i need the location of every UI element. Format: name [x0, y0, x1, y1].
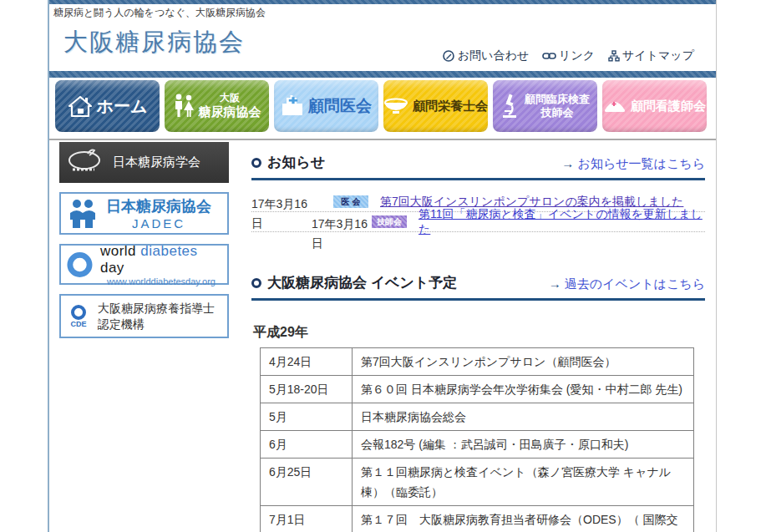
nav-advisory-lab-technicians-labels: 顧問臨床検査 技師会: [525, 93, 590, 120]
header-divider-bar: [49, 71, 716, 78]
news-more-link-label: お知らせ一覧はこちら: [578, 156, 705, 170]
event-text-cell: 第１７回 大阪糖尿病教育担当者研修会（ODES）（ 国際交流センター ）(幹事：…: [353, 506, 694, 532]
top-accent-bar: [49, 0, 716, 4]
event-date-cell: 7月1日: [261, 506, 353, 532]
table-row: 5月 日本糖尿病協会総会: [261, 403, 694, 431]
sidebar-banner-world-diabetes-day[interactable]: world diabetes day www.worlddiabetesday.…: [59, 244, 229, 285]
sidebar-banner-jadec[interactable]: 日本糖尿病協会 JADEC: [59, 192, 229, 235]
nav-osaka-association-label-top: 大阪: [220, 92, 240, 104]
event-text-cell: 第６０回 日本糖尿病学会年次学術集会 (愛知・中村二郎 先生): [353, 376, 694, 403]
wdd-word-day: day: [100, 260, 124, 276]
main-content: お知らせ → お知らせ一覧はこちら 17年3月16日 医 会 第7回大阪インスリ…: [251, 153, 705, 532]
nav-advisory-lab-technicians-label: 技師会: [541, 106, 574, 119]
nav-advisory-lab-technicians-button[interactable]: 顧問臨床検査 技師会: [493, 80, 597, 132]
table-row: 6月25日 第１１回糖尿病と検査イベント（森ノ宮医療大学 キャナル棟）（臨委託）: [261, 459, 694, 506]
category-badge-gishikai: 技師会: [372, 215, 407, 228]
event-date-cell: 5月: [261, 403, 353, 431]
arrow-icon: →: [561, 156, 574, 170]
cde-circle-icon: [71, 305, 86, 320]
news-section-header: お知らせ → お知らせ一覧はこちら: [251, 153, 705, 180]
cde-label-line2: 認定機構: [98, 317, 145, 331]
microscope-icon: [500, 93, 520, 119]
nav-osaka-association-labels: 大阪 糖尿病協会: [199, 92, 261, 120]
sidebar-banner-jadec-labels: 日本糖尿病協会 JADEC: [106, 196, 211, 231]
cde-logo-label: CDE: [70, 320, 86, 328]
event-text-cell: 会報182号 (編集 ：武呂誠司・田島廣子・原口和夫): [353, 431, 694, 459]
home-icon: [68, 94, 93, 118]
news-item-body: 技師会 第11回「糖尿病と検査」イベントの情報を更新しました: [372, 215, 705, 229]
event-text-cell: 日本糖尿病協会総会: [353, 403, 694, 431]
header-utility-links: お問い合わせ リンク サイトマップ: [442, 48, 694, 63]
people-icon: [173, 93, 195, 119]
site-tagline: 糖尿病と闘う人の輪をつなぐ、大阪糖尿病協会: [53, 6, 266, 20]
event-date-cell: 5月18-20日: [261, 376, 353, 403]
jadec-people-icon: [66, 198, 99, 230]
nurse-cap-icon: [603, 99, 626, 114]
cde-label-line1: 大阪糖尿病療養指導士: [98, 301, 215, 315]
table-row: 4月24日 第7回大阪インスリンポンプサロン（顧問医会）: [261, 348, 694, 376]
events-section-title-label: 大阪糖尿病協会 イベント予定: [267, 273, 457, 292]
circle-bullet-icon: [251, 278, 261, 288]
links-page-link[interactable]: リンク: [542, 48, 595, 63]
event-text-cell: 第7回大阪インスリンポンプサロン（顧問医会）: [353, 348, 694, 376]
nav-advisory-nurses-button[interactable]: 顧問看護師会: [602, 80, 707, 132]
nav-advisory-dietitians-button[interactable]: 顧問栄養士会: [383, 80, 488, 132]
events-more-link[interactable]: → 過去のイベントはこちら: [549, 276, 705, 292]
arrow-icon: →: [549, 276, 561, 291]
page-container: 糖尿病と闘う人の輪をつなぐ、大阪糖尿病協会 大阪糖尿病協会 お問い合わせ リンク: [48, 0, 717, 532]
sidebar: 日本糖尿病学会 日本糖尿病協会 JADEC: [59, 142, 229, 347]
nav-advisory-dietitians-label: 顧問栄養士会: [413, 99, 488, 114]
sitemap-icon: [608, 50, 620, 62]
wdd-labels: world diabetes day www.worlddiabetesday.…: [100, 243, 222, 286]
events-table: 4月24日 第7回大阪インスリンポンプサロン（顧問医会） 5月18-20日 第６…: [260, 347, 694, 532]
news-item: 17年3月16日 技師会 第11回「糖尿病と検査」イベントの情報を更新しました: [251, 212, 705, 232]
event-text-cell: 第１１回糖尿病と検査イベント（森ノ宮医療大学 キャナル棟）（臨委託）: [353, 459, 694, 506]
table-row: 5月18-20日 第６０回 日本糖尿病学会年次学術集会 (愛知・中村二郎 先生): [261, 376, 694, 403]
wdd-word-world: world: [100, 243, 136, 259]
nav-advisory-lab-technicians-label-top: 顧問臨床検査: [525, 93, 590, 106]
news-item-link[interactable]: 第11回「糖尿病と検査」イベントの情報を更新しました: [419, 207, 705, 237]
wdd-word-diabetes: diabetes: [140, 243, 197, 259]
events-more-link-label: 過去のイベントはこちら: [565, 276, 705, 291]
page: 糖尿病と闘う人の輪をつなぐ、大阪糖尿病協会 大阪糖尿病協会 お問い合わせ リンク: [0, 0, 766, 532]
cde-labels: 大阪糖尿病療養指導士 認定機構: [98, 301, 215, 331]
contact-pen-icon: [442, 49, 455, 63]
nav-advisory-doctors-button[interactable]: 顧問医会: [274, 80, 378, 132]
jadec-latin-label: JADEC: [132, 216, 185, 231]
news-more-link[interactable]: → お知らせ一覧はこちら: [561, 156, 705, 172]
jadec-kanji-label: 日本糖尿病協会: [106, 196, 211, 216]
contact-link-label: お問い合わせ: [458, 48, 529, 63]
circle-bullet-icon: [251, 158, 261, 168]
hospital-icon: [281, 95, 304, 117]
nav-bottom-divider: [49, 139, 716, 140]
cde-logo: CDE: [66, 305, 91, 328]
nav-osaka-association-button[interactable]: 大阪 糖尿病協会: [165, 80, 269, 132]
table-row: 6月 会報182号 (編集 ：武呂誠司・田島廣子・原口和夫): [261, 431, 694, 459]
news-item-date: 17年3月16日: [312, 215, 372, 253]
sidebar-banner-cde[interactable]: CDE 大阪糖尿病療養指導士 認定機構: [59, 294, 229, 338]
event-date-cell: 6月25日: [261, 459, 353, 506]
sitemap-link[interactable]: サイトマップ: [608, 48, 694, 63]
links-page-label: リンク: [559, 48, 595, 63]
news-section-title-label: お知らせ: [267, 153, 325, 172]
news-list: 17年3月16日 医 会 第7回大阪インスリンポンプサロンの案内を掲載しました …: [251, 192, 705, 232]
site-title: 大阪糖尿病協会: [63, 26, 245, 59]
table-row: 7月1日 第１７回 大阪糖尿病教育担当者研修会（ODES）（ 国際交流センター …: [261, 506, 694, 532]
event-date-cell: 4月24日: [261, 348, 353, 376]
nav-home-button[interactable]: ホーム: [55, 80, 160, 132]
nav-advisory-nurses-label: 顧問看護師会: [631, 99, 706, 114]
wdd-url: www.worlddiabetesday.org: [100, 276, 222, 286]
event-date-cell: 6月: [261, 431, 353, 459]
wdd-blue-circle-icon: [66, 251, 94, 279]
news-section-title: お知らせ: [251, 153, 325, 172]
events-section-title: 大阪糖尿病協会 イベント予定: [251, 273, 457, 292]
events-section-header: 大阪糖尿病協会 イベント予定 → 過去のイベントはこちら: [251, 273, 705, 301]
jds-logo-icon: [66, 147, 104, 179]
sidebar-banner-jds[interactable]: 日本糖尿病学会: [59, 142, 229, 183]
news-item-date: 17年3月16日: [251, 195, 312, 233]
contact-link[interactable]: お問い合わせ: [442, 48, 529, 63]
nav-advisory-doctors-label: 顧問医会: [308, 95, 372, 117]
nav-home-label: ホーム: [97, 95, 148, 118]
link-chain-icon: [542, 51, 556, 61]
nav-osaka-association-label: 糖尿病協会: [199, 104, 261, 120]
